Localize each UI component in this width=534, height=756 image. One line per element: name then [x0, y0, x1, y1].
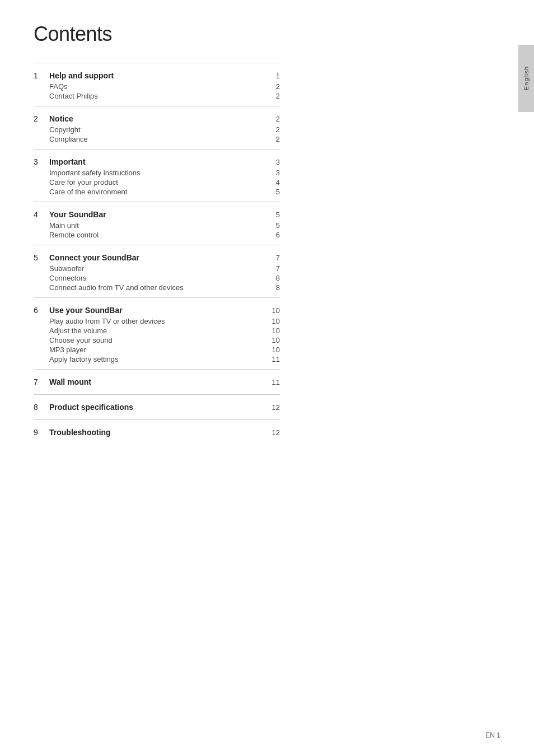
section-page-6: 10 — [263, 306, 280, 315]
section-number-4: 4 — [34, 210, 49, 219]
sub-page: 5 — [263, 221, 280, 230]
toc-main-row-3: 3Important3 — [34, 157, 280, 166]
sub-page: 5 — [263, 188, 280, 196]
toc-entry-7: 7Wall mount11 — [34, 369, 280, 394]
language-label: English — [523, 66, 530, 90]
toc-sub-row: Compliance2 — [49, 135, 280, 143]
sub-page: 2 — [263, 135, 280, 143]
sub-page: 10 — [263, 326, 280, 335]
toc-main-row-9: 9Troubleshooting12 — [34, 428, 280, 437]
sub-page: 8 — [263, 274, 280, 282]
sub-page: 10 — [263, 346, 280, 354]
section-number-3: 3 — [34, 157, 49, 166]
section-number-1: 1 — [34, 71, 49, 80]
sub-page: 2 — [263, 82, 280, 91]
sub-page: 4 — [263, 178, 280, 186]
section-page-2: 2 — [263, 115, 280, 123]
sub-title: Important safety instructions — [49, 169, 263, 177]
toc-entry-6: 6Use your SoundBar10Play audio from TV o… — [34, 297, 280, 369]
content-area: Contents 1Help and support1FAQs2Contact … — [0, 0, 313, 478]
section-page-3: 3 — [263, 158, 280, 166]
toc-entry-1: 1Help and support1FAQs2Contact Philips2 — [34, 63, 280, 106]
section-page-7: 11 — [263, 378, 280, 386]
section-number-7: 7 — [34, 377, 49, 386]
section-number-8: 8 — [34, 403, 49, 412]
sub-page: 6 — [263, 231, 280, 239]
sub-page: 2 — [263, 125, 280, 134]
toc-sub-row: Apply factory settings11 — [49, 355, 280, 363]
toc-main-row-6: 6Use your SoundBar10 — [34, 306, 280, 315]
sub-title: Apply factory settings — [49, 355, 263, 363]
toc-sub-row: Choose your sound10 — [49, 336, 280, 344]
toc-sub-row: Care of the environment5 — [49, 188, 280, 196]
sub-page: 10 — [263, 317, 280, 325]
section-title-5: Connect your SoundBar — [49, 253, 263, 262]
section-page-5: 7 — [263, 254, 280, 262]
toc-entry-3: 3Important3Important safety instructions… — [34, 149, 280, 202]
section-page-1: 1 — [263, 72, 280, 80]
toc-main-row-8: 8Product specifications12 — [34, 403, 280, 412]
section-title-7: Wall mount — [49, 377, 263, 386]
toc-section: 1Help and support1FAQs2Contact Philips22… — [34, 63, 280, 445]
sub-title: Subwoofer — [49, 264, 263, 273]
footer-text: EN 1 — [485, 731, 500, 739]
section-title-6: Use your SoundBar — [49, 306, 263, 315]
sub-title: Play audio from TV or other devices — [49, 317, 263, 325]
sub-page: 8 — [263, 283, 280, 292]
sub-title: Main unit — [49, 221, 263, 230]
sub-title: Copyright — [49, 125, 263, 134]
toc-sub-rows-3: Important safety instructions3Care for y… — [34, 169, 280, 196]
toc-main-row-5: 5Connect your SoundBar7 — [34, 253, 280, 262]
sub-title: Compliance — [49, 135, 263, 143]
sub-page: 7 — [263, 264, 280, 273]
toc-sub-row: Important safety instructions3 — [49, 169, 280, 177]
toc-entry-8: 8Product specifications12 — [34, 394, 280, 419]
toc-sub-row: Play audio from TV or other devices10 — [49, 317, 280, 325]
section-number-5: 5 — [34, 253, 49, 262]
sub-page: 11 — [263, 355, 280, 363]
toc-entry-2: 2Notice2Copyright2Compliance2 — [34, 106, 280, 149]
section-page-8: 12 — [263, 403, 280, 412]
sub-title: Connect audio from TV and other devices — [49, 283, 263, 292]
toc-sub-row: MP3 player10 — [49, 346, 280, 354]
language-tab: English — [518, 45, 534, 112]
sub-title: Connectors — [49, 274, 263, 282]
sub-title: MP3 player — [49, 346, 263, 354]
toc-entry-9: 9Troubleshooting12 — [34, 419, 280, 445]
toc-main-row-4: 4Your SoundBar5 — [34, 210, 280, 219]
toc-entry-4: 4Your SoundBar5Main unit5Remote control6 — [34, 202, 280, 245]
toc-sub-row: Remote control6 — [49, 231, 280, 239]
toc-main-row-1: 1Help and support1 — [34, 71, 280, 80]
footer: EN 1 — [485, 731, 500, 739]
toc-sub-rows-5: Subwoofer7Connectors8Connect audio from … — [34, 264, 280, 292]
sub-title: FAQs — [49, 82, 263, 91]
toc-sub-row: Adjust the volume10 — [49, 326, 280, 335]
section-title-1: Help and support — [49, 71, 263, 80]
toc-main-row-7: 7Wall mount11 — [34, 377, 280, 386]
section-number-9: 9 — [34, 428, 49, 437]
toc-sub-row: Contact Philips2 — [49, 92, 280, 100]
sub-title: Contact Philips — [49, 92, 263, 100]
sub-title: Care for your product — [49, 178, 263, 186]
toc-sub-rows-2: Copyright2Compliance2 — [34, 125, 280, 143]
toc-sub-row: Copyright2 — [49, 125, 280, 134]
toc-sub-rows-6: Play audio from TV or other devices10Adj… — [34, 317, 280, 363]
toc-sub-row: FAQs2 — [49, 82, 280, 91]
toc-main-row-2: 2Notice2 — [34, 114, 280, 123]
page-title: Contents — [34, 22, 280, 46]
sub-title: Remote control — [49, 231, 263, 239]
page-container: English Contents 1Help and support1FAQs2… — [0, 0, 534, 756]
section-number-6: 6 — [34, 306, 49, 315]
toc-sub-row: Connectors8 — [49, 274, 280, 282]
toc-sub-row: Care for your product4 — [49, 178, 280, 186]
toc-sub-row: Subwoofer7 — [49, 264, 280, 273]
toc-sub-row: Main unit5 — [49, 221, 280, 230]
sub-title: Care of the environment — [49, 188, 263, 196]
toc-sub-rows-1: FAQs2Contact Philips2 — [34, 82, 280, 100]
sub-page: 10 — [263, 336, 280, 344]
section-title-2: Notice — [49, 114, 263, 123]
toc-sub-rows-4: Main unit5Remote control6 — [34, 221, 280, 239]
section-title-8: Product specifications — [49, 403, 263, 412]
section-title-3: Important — [49, 157, 263, 166]
section-number-2: 2 — [34, 114, 49, 123]
